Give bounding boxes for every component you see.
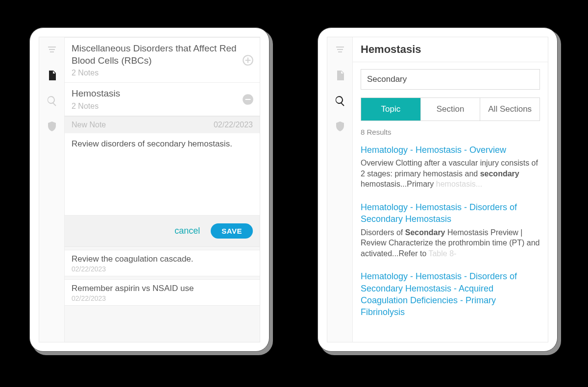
- cancel-button[interactable]: cancel: [174, 226, 200, 236]
- search-input[interactable]: [361, 69, 540, 90]
- section-hemostasis[interactable]: Hemostasis 2 Notes: [65, 82, 260, 116]
- search-icon[interactable]: [327, 88, 353, 114]
- section-title: Miscellaneous Disorders that Affect Red …: [72, 43, 253, 67]
- new-note-header: New Note 02/22/2023: [65, 116, 260, 133]
- note-date: 02/22/2023: [72, 294, 253, 302]
- note-item[interactable]: Remember aspirin vs NSAID use 02/22/2023: [65, 279, 260, 306]
- note-text: Review the coagulation cascade.: [72, 254, 253, 264]
- new-note-label: New Note: [72, 121, 106, 129]
- notes-content: Miscellaneous Disorders that Affect Red …: [65, 37, 260, 342]
- note-item[interactable]: Review the coagulation cascade. 02/22/20…: [65, 250, 260, 276]
- save-button[interactable]: SAVE: [211, 223, 253, 239]
- collapse-section-button[interactable]: [241, 93, 255, 106]
- device-search: Hemostasis Topic Section All Sections 8 …: [318, 27, 558, 352]
- notes-icon[interactable]: [39, 63, 65, 88]
- scope-segment: Topic Section All Sections: [361, 97, 540, 121]
- sidebar-right: [327, 37, 353, 342]
- search-content: Hemostasis Topic Section All Sections 8 …: [353, 37, 548, 342]
- search-icon[interactable]: [39, 88, 65, 114]
- search-result[interactable]: Hematology - Hemostasis - Disorders of S…: [353, 197, 548, 266]
- note-date: 02/22/2023: [72, 265, 253, 273]
- notes-icon[interactable]: [327, 63, 353, 88]
- search-result[interactable]: Hematology - Hemostasis - Disorders of S…: [353, 266, 548, 326]
- search-result[interactable]: Hematology - Hemostasis - Overview Overv…: [353, 140, 548, 197]
- new-note-date: 02/22/2023: [214, 121, 253, 129]
- section-count: 2 Notes: [72, 69, 253, 77]
- menu-icon[interactable]: [327, 37, 353, 63]
- note-text: Remember aspirin vs NSAID use: [72, 284, 253, 293]
- result-title: Hematology - Hemostasis - Disorders of S…: [361, 270, 540, 318]
- section-count: 2 Notes: [72, 102, 253, 111]
- result-title: Hematology - Hemostasis - Overview: [361, 144, 540, 156]
- device-notes: Miscellaneous Disorders that Affect Red …: [29, 27, 270, 352]
- section-misc-disorders[interactable]: Miscellaneous Disorders that Affect Red …: [65, 37, 260, 83]
- result-title: Hematology - Hemostasis - Disorders of S…: [361, 201, 540, 225]
- shield-icon[interactable]: [327, 114, 353, 139]
- section-title: Hemostasis: [72, 88, 253, 100]
- device-inner: Miscellaneous Disorders that Affect Red …: [39, 37, 260, 342]
- result-snippet: Disorders of Secondary Hemostasis Previe…: [361, 227, 540, 259]
- results-count: 8 Results: [353, 121, 548, 140]
- editor-actions: cancel SAVE: [65, 216, 260, 247]
- note-editor[interactable]: Review disorders of secondary hemostasis…: [65, 133, 260, 216]
- scope-all-sections[interactable]: All Sections: [480, 98, 539, 121]
- result-snippet: Overview Clotting after a vascular injur…: [361, 158, 540, 190]
- scope-topic[interactable]: Topic: [361, 98, 420, 121]
- add-note-button[interactable]: [241, 53, 255, 67]
- scope-section[interactable]: Section: [420, 98, 480, 121]
- search-panel: Topic Section All Sections: [353, 62, 548, 121]
- shield-icon[interactable]: [39, 114, 65, 139]
- sidebar-left: [39, 37, 65, 342]
- menu-icon[interactable]: [39, 37, 65, 63]
- device-inner: Hemostasis Topic Section All Sections 8 …: [327, 37, 548, 342]
- page-title: Hemostasis: [353, 37, 548, 62]
